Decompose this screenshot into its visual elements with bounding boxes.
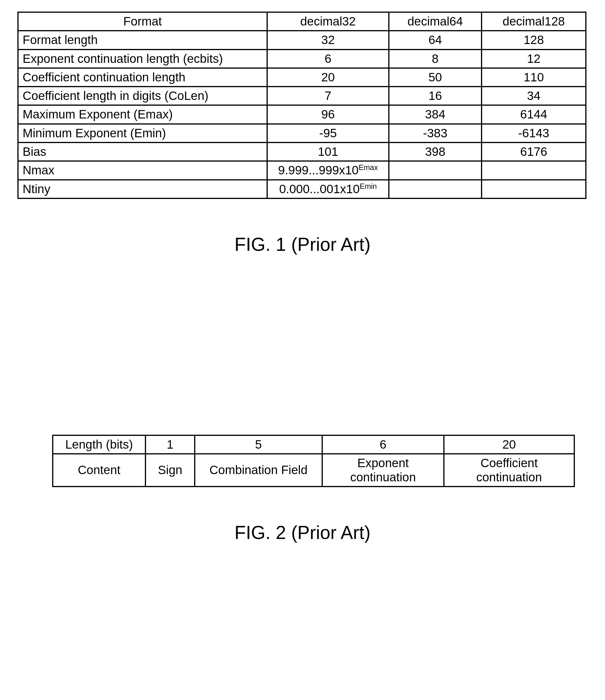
cell: 50 (389, 68, 482, 86)
cell: -6143 (482, 124, 586, 143)
cell: Coefficient continuation (444, 454, 574, 486)
table-row: Maximum Exponent (Emax) 96 384 6144 (18, 105, 586, 124)
cell-empty (482, 161, 586, 180)
cell: 110 (482, 68, 586, 86)
row-label: Nmax (18, 161, 267, 180)
row-label: Exponent continuation length (ecbits) (18, 50, 267, 68)
cell: Length (bits) (53, 435, 145, 454)
cell: 0.000...001x10Emin (267, 180, 389, 198)
col-header: decimal128 (482, 12, 586, 31)
table-row: Coefficient continuation length 20 50 11… (18, 68, 586, 86)
row-label: Coefficient continuation length (18, 68, 267, 86)
cell: 384 (389, 105, 482, 124)
cell: 8 (389, 50, 482, 68)
ntiny-exp: Emin (360, 182, 377, 191)
table-header-row: Format decimal32 decimal64 decimal128 (18, 12, 586, 31)
table-row: Format length 32 64 128 (18, 31, 586, 49)
cell: 101 (267, 143, 389, 161)
fig1-caption: FIG. 1 (Prior Art) (17, 234, 588, 255)
table-row-ntiny: Ntiny 0.000...001x10Emin (18, 180, 586, 198)
cell: 9.999...999x10Emax (267, 161, 389, 180)
row-label: Ntiny (18, 180, 267, 198)
row-label: Minimum Exponent (Emin) (18, 124, 267, 143)
nmax-base: 9.999...999x10 (278, 163, 359, 177)
cell: 398 (389, 143, 482, 161)
cell: Sign (145, 454, 195, 486)
table-row-nmax: Nmax 9.999...999x10Emax (18, 161, 586, 180)
spacer (17, 255, 588, 435)
row-label: Format length (18, 31, 267, 49)
cell: 6176 (482, 143, 586, 161)
cell: 5 (195, 435, 322, 454)
fig2-caption: FIG. 2 (Prior Art) (17, 522, 588, 543)
cell: 128 (482, 31, 586, 49)
cell: 6 (267, 50, 389, 68)
page: Format decimal32 decimal64 decimal128 Fo… (0, 0, 605, 700)
table-row: Coefficient length in digits (CoLen) 7 1… (18, 86, 586, 105)
cell: 12 (482, 50, 586, 68)
cell-empty (389, 161, 482, 180)
fig2-wrap: Length (bits) 1 5 6 20 Content Sign Comb… (17, 435, 588, 487)
cell: 16 (389, 86, 482, 105)
table-row: Content Sign Combination Field Exponent … (53, 454, 574, 486)
row-label: Maximum Exponent (Emax) (18, 105, 267, 124)
cell: 20 (267, 68, 389, 86)
table-row: Length (bits) 1 5 6 20 (53, 435, 574, 454)
cell: 7 (267, 86, 389, 105)
cell: 34 (482, 86, 586, 105)
cell-empty (389, 180, 482, 198)
cell: 64 (389, 31, 482, 49)
col-header: Format (18, 12, 267, 31)
row-label: Coefficient length in digits (CoLen) (18, 86, 267, 105)
fig1-table: Format decimal32 decimal64 decimal128 Fo… (17, 11, 586, 199)
nmax-exp: Emax (359, 163, 378, 172)
cell: 1 (145, 435, 195, 454)
cell: 6 (322, 435, 444, 454)
cell-empty (482, 180, 586, 198)
cell: -383 (389, 124, 482, 143)
fig2-table: Length (bits) 1 5 6 20 Content Sign Comb… (52, 435, 575, 487)
cell: 6144 (482, 105, 586, 124)
cell: 96 (267, 105, 389, 124)
table-row: Bias 101 398 6176 (18, 143, 586, 161)
col-header: decimal64 (389, 12, 482, 31)
row-label: Bias (18, 143, 267, 161)
cell: 32 (267, 31, 389, 49)
cell: -95 (267, 124, 389, 143)
table-row: Minimum Exponent (Emin) -95 -383 -6143 (18, 124, 586, 143)
cell: Exponent continuation (322, 454, 444, 486)
cell: 20 (444, 435, 574, 454)
table-row: Exponent continuation length (ecbits) 6 … (18, 50, 586, 68)
cell: Content (53, 454, 145, 486)
cell: Combination Field (195, 454, 322, 486)
col-header: decimal32 (267, 12, 389, 31)
ntiny-base: 0.000...001x10 (279, 182, 360, 196)
